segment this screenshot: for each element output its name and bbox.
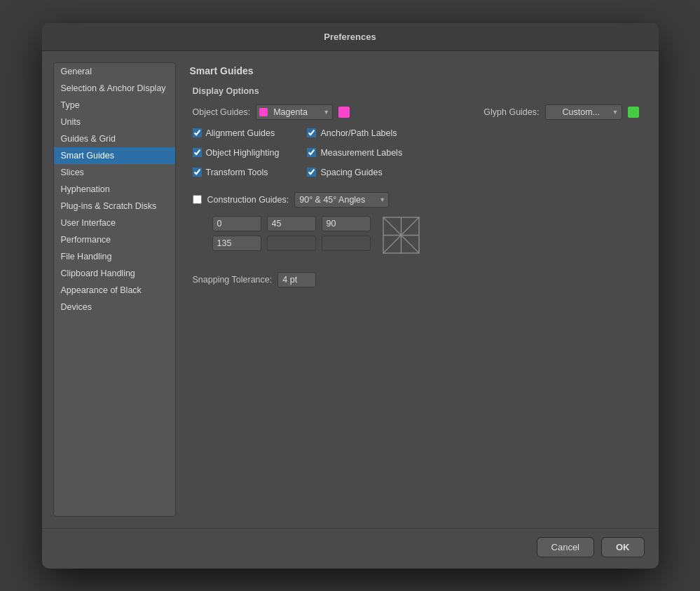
preferences-dialog: Preferences GeneralSelection & Anchor Di… [42,23,659,569]
object-guides-select-wrapper[interactable]: Magenta Cyan Custom... ▼ [256,104,333,120]
sidebar-item-hyphenation[interactable]: Hyphenation [54,181,175,198]
compass-icon [382,216,420,254]
angle-row-1 [212,216,371,231]
checkbox-label-object-highlighting: Object Highlighting [206,148,280,158]
subsection-title: Display Options [193,86,639,96]
angle-input-row2-1 [267,236,316,251]
sidebar-item-file-handling[interactable]: File Handling [54,248,175,265]
checkbox-alignment-guides[interactable] [193,128,202,137]
checkbox-row-object-highlighting: Object Highlighting [193,148,280,158]
checkbox-label-measurement-labels: Measurement Labels [320,148,402,158]
sidebar-item-type[interactable]: Type [54,97,175,114]
sidebar-item-performance[interactable]: Performance [54,231,175,248]
cancel-button[interactable]: Cancel [537,537,594,557]
dialog-footer: Cancel OK [42,528,659,569]
sidebar-item-plug-ins--scratch-disks[interactable]: Plug-ins & Scratch Disks [54,198,175,215]
snapping-tolerance-label: Snapping Tolerance: [193,275,273,285]
sidebar-item-general[interactable]: General [54,63,175,80]
checkbox-label-transform-tools: Transform Tools [206,168,268,177]
object-guides-select[interactable]: Magenta Cyan Custom... [256,104,333,120]
construction-guides-checkbox[interactable] [193,195,202,204]
sidebar-item-user-interface[interactable]: User Interface [54,215,175,231]
checkbox-object-highlighting[interactable] [193,148,202,157]
snapping-tolerance-row: Snapping Tolerance: [193,272,639,287]
checkbox-row-spacing-guides: Spacing Guides [307,168,402,177]
angle-row-2 [212,236,371,251]
angle-input-row1-1[interactable] [267,216,316,231]
checkbox-measurement-labels[interactable] [307,148,316,157]
sidebar-item-guides--grid[interactable]: Guides & Grid [54,130,175,147]
object-guides-label: Object Guides: [193,107,251,117]
checkbox-label-alignment-guides: Alignment Guides [206,128,275,138]
checkbox-label-spacing-guides: Spacing Guides [320,168,382,177]
glyph-guides-label: Glyph Guides: [483,107,539,117]
angle-input-row2-0[interactable] [212,236,261,251]
angles-compass-wrapper [193,216,639,262]
checkboxes-grid: Alignment GuidesObject HighlightingTrans… [193,128,639,182]
checkbox-row-measurement-labels: Measurement Labels [307,148,402,158]
angle-input-row1-2[interactable] [322,216,371,231]
checkbox-spacing-guides[interactable] [307,168,316,177]
construction-guides-select-wrapper[interactable]: 90° & 45° Angles 45° Angles Custom Angle… [294,192,389,208]
sidebar-item-selection--anchor-display[interactable]: Selection & Anchor Display [54,80,175,97]
sidebar-item-smart-guides[interactable]: Smart Guides [54,147,175,164]
glyph-guides-color-swatch[interactable] [628,107,639,118]
construction-guides-select[interactable]: 90° & 45° Angles 45° Angles Custom Angle… [294,192,389,208]
checkbox-anchor/path-labels[interactable] [307,128,316,137]
ok-button[interactable]: OK [601,537,645,557]
checkbox-row-anchor/path-labels: Anchor/Path Labels [307,128,402,138]
checkbox-label-anchor/path-labels: Anchor/Path Labels [320,128,397,138]
checkbox-transform-tools[interactable] [193,168,202,177]
angle-input-row1-0[interactable] [212,216,261,231]
snapping-tolerance-input[interactable] [277,272,316,287]
checkbox-row-transform-tools: Transform Tools [193,168,280,177]
glyph-guides-select-wrapper[interactable]: Custom... Cyan Magenta ▼ [545,104,622,120]
checkbox-row-alignment-guides: Alignment Guides [193,128,280,138]
sidebar-item-appearance-of-black[interactable]: Appearance of Black [54,282,175,299]
object-guides-color-swatch[interactable] [338,107,350,118]
sidebar: GeneralSelection & Anchor DisplayTypeUni… [53,62,176,517]
dialog-title: Preferences [42,23,659,51]
sidebar-item-slices[interactable]: Slices [54,164,175,181]
checkboxes-right-col: Anchor/Path LabelsMeasurement LabelsSpac… [307,128,402,182]
main-content: Smart Guides Display Options Object Guid… [184,62,647,517]
sidebar-item-units[interactable]: Units [54,114,175,130]
construction-guides-label[interactable]: Construction Guides: [207,195,289,205]
angle-inputs [212,216,371,255]
glyph-guides-select[interactable]: Custom... Cyan Magenta [545,104,622,120]
angle-input-row2-2 [322,236,371,251]
display-options: Display Options Object Guides: Magenta C… [190,86,642,287]
section-title: Smart Guides [190,65,642,76]
sidebar-item-devices[interactable]: Devices [54,299,175,315]
sidebar-item-clipboard-handling[interactable]: Clipboard Handling [54,265,175,282]
guides-row: Object Guides: Magenta Cyan Custom... ▼ [193,104,639,120]
construction-guides-row: Construction Guides: 90° & 45° Angles 45… [193,192,639,208]
checkboxes-left-col: Alignment GuidesObject HighlightingTrans… [193,128,280,182]
